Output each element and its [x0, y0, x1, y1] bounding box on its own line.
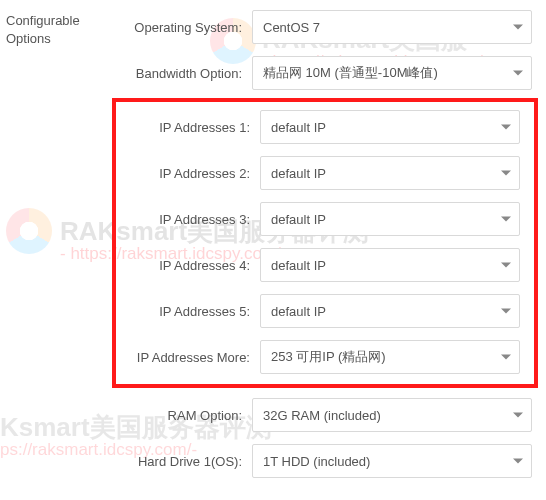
row-ip-addresses-3: IP Addresses 3: default IP: [122, 196, 528, 242]
select-value: default IP: [271, 166, 326, 181]
select-value: CentOS 7: [263, 20, 320, 35]
label-ip-addresses-4: IP Addresses 4:: [122, 258, 252, 273]
row-ip-addresses-5: IP Addresses 5: default IP: [122, 288, 528, 334]
row-ip-addresses-4: IP Addresses 4: default IP: [122, 242, 528, 288]
row-hard-drive-1-os: Hard Drive 1(OS): 1T HDD (included): [114, 438, 540, 484]
chevron-down-icon: [501, 125, 511, 130]
section-title: Configurable Options: [6, 4, 114, 484]
chevron-down-icon: [513, 71, 523, 76]
section-title-line2: Options: [6, 31, 51, 46]
select-value: default IP: [271, 120, 326, 135]
select-value: 32G RAM (included): [263, 408, 381, 423]
select-value: 253 可用IP (精品网): [271, 348, 386, 366]
select-ip-addresses-5[interactable]: default IP: [260, 294, 520, 328]
config-options-panel: Configurable Options Operating System: C…: [0, 0, 546, 490]
label-ip-addresses-1: IP Addresses 1:: [122, 120, 252, 135]
chevron-down-icon: [501, 263, 511, 268]
label-ip-addresses-3: IP Addresses 3:: [122, 212, 252, 227]
chevron-down-icon: [513, 413, 523, 418]
label-ip-addresses-2: IP Addresses 2:: [122, 166, 252, 181]
select-value: default IP: [271, 258, 326, 273]
select-value: 精品网 10M (普通型-10M峰值): [263, 64, 438, 82]
select-ip-addresses-2[interactable]: default IP: [260, 156, 520, 190]
chevron-down-icon: [513, 459, 523, 464]
row-bandwidth-option: Bandwidth Option: 精品网 10M (普通型-10M峰值): [114, 50, 540, 96]
select-value: default IP: [271, 212, 326, 227]
chevron-down-icon: [501, 217, 511, 222]
select-ip-addresses-more[interactable]: 253 可用IP (精品网): [260, 340, 520, 374]
select-ip-addresses-1[interactable]: default IP: [260, 110, 520, 144]
select-value: default IP: [271, 304, 326, 319]
select-bandwidth-option[interactable]: 精品网 10M (普通型-10M峰值): [252, 56, 532, 90]
select-ip-addresses-3[interactable]: default IP: [260, 202, 520, 236]
select-value: 1T HDD (included): [263, 454, 370, 469]
chevron-down-icon: [501, 355, 511, 360]
row-ip-addresses-more: IP Addresses More: 253 可用IP (精品网): [122, 334, 528, 380]
chevron-down-icon: [501, 309, 511, 314]
chevron-down-icon: [513, 25, 523, 30]
label-bandwidth-option: Bandwidth Option:: [114, 66, 244, 81]
select-ip-addresses-4[interactable]: default IP: [260, 248, 520, 282]
label-ram-option: RAM Option:: [114, 408, 244, 423]
row-ip-addresses-2: IP Addresses 2: default IP: [122, 150, 528, 196]
row-operating-system: Operating System: CentOS 7: [114, 4, 540, 50]
select-hard-drive-1-os[interactable]: 1T HDD (included): [252, 444, 532, 478]
chevron-down-icon: [501, 171, 511, 176]
label-ip-addresses-more: IP Addresses More:: [122, 350, 252, 365]
label-hard-drive-1-os: Hard Drive 1(OS):: [114, 454, 244, 469]
select-operating-system[interactable]: CentOS 7: [252, 10, 532, 44]
label-operating-system: Operating System:: [114, 20, 244, 35]
options-rows: Operating System: CentOS 7 Bandwidth Opt…: [114, 4, 540, 484]
select-ram-option[interactable]: 32G RAM (included): [252, 398, 532, 432]
section-title-line1: Configurable: [6, 13, 80, 28]
highlight-ip-section: IP Addresses 1: default IP IP Addresses …: [112, 98, 538, 388]
label-ip-addresses-5: IP Addresses 5:: [122, 304, 252, 319]
row-ram-option: RAM Option: 32G RAM (included): [114, 392, 540, 438]
row-ip-addresses-1: IP Addresses 1: default IP: [122, 104, 528, 150]
